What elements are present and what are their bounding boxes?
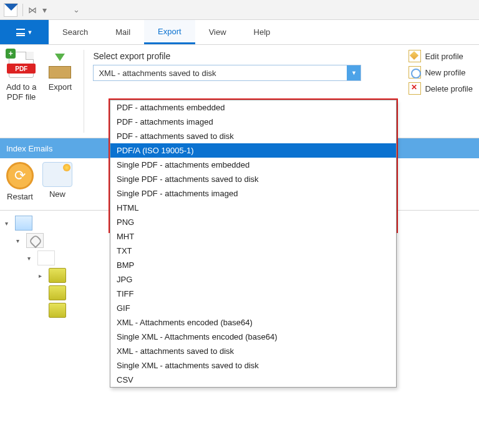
index-emails-title: Index Emails [6, 144, 52, 153]
delete-profile-button[interactable]: Delete profile [409, 82, 473, 95]
folder-icon [49, 268, 66, 283]
dropdown-item[interactable]: Single PDF - attachments imaged [110, 186, 396, 201]
expand-toggle-icon[interactable]: ▸ [39, 272, 46, 279]
profile-actions: Edit profile New profile Delete profile [409, 50, 473, 95]
tab-view[interactable]: View [195, 20, 240, 44]
dropdown-item[interactable]: TXT [110, 244, 396, 258]
dropdown-item[interactable]: JPG [110, 272, 396, 287]
tree-root[interactable]: ▾ [5, 214, 105, 232]
export-button[interactable]: Export [45, 50, 75, 133]
dropdown-item[interactable]: Single PDF - attachments embedded [110, 158, 396, 172]
delete-profile-label: Delete profile [425, 84, 473, 93]
file-menu-button[interactable]: ▼ [0, 20, 49, 44]
main-menu: ▼ Search Mail Export View Help [0, 20, 479, 45]
new-button[interactable]: New [42, 162, 72, 199]
add-to-pdf-label: Add to a PDF file [6, 82, 36, 102]
dropdown-item[interactable]: Single PDF - attachments saved to disk [110, 172, 396, 186]
dropdown-item[interactable]: GIF [110, 301, 396, 315]
export-profile-combobox[interactable]: XML - attachments saved to disk ▼ [93, 65, 361, 81]
new-icon [409, 66, 421, 79]
quick-access-icon[interactable]: ⋈ [28, 5, 37, 15]
ribbon-separator [84, 50, 84, 133]
combobox-dropdown-button[interactable]: ▼ [347, 65, 360, 80]
dropdown-item[interactable]: BMP [110, 258, 396, 272]
export-profile-dropdown[interactable]: PDF - attachments embeddedPDF - attachme… [110, 100, 397, 388]
tree-column: ▾ ▾ ▾ ▸ [5, 214, 105, 319]
export-profile-label: Select export profile [93, 51, 361, 61]
dropdown-item[interactable]: PDF - attachments embedded [110, 100, 396, 115]
dropdown-item[interactable]: TIFF [110, 287, 396, 301]
tab-mail[interactable]: Mail [102, 20, 144, 44]
new-calendar-icon [42, 162, 72, 187]
new-profile-label: New profile [425, 68, 465, 77]
window-titlebar: ⋈ ▾ ⌄ [0, 0, 479, 20]
dropdown-item[interactable]: XML - attachments saved to disk [110, 344, 396, 358]
pdf-add-icon: + PDF [6, 50, 36, 80]
restart-button[interactable]: ⟳ Restart [6, 162, 34, 201]
expand-toggle-icon[interactable]: ▾ [27, 255, 35, 262]
dropdown-item[interactable]: MHT [110, 229, 396, 244]
tree-node-folder[interactable] [5, 302, 105, 319]
expand-toggle-icon[interactable]: ▾ [16, 237, 24, 244]
dropdown-item[interactable]: CSV [110, 373, 396, 387]
page-icon [37, 250, 55, 265]
hamburger-icon [16, 29, 25, 36]
divider [22, 4, 23, 16]
folder-icon [49, 285, 66, 300]
add-to-pdf-button[interactable]: + PDF Add to a PDF file [6, 50, 36, 133]
tree-node-page[interactable]: ▾ [5, 249, 105, 267]
delete-icon [409, 82, 421, 95]
expand-toggle-icon[interactable]: ▾ [5, 220, 12, 227]
export-profile-selected: XML - attachments saved to disk [94, 65, 347, 80]
edit-icon [409, 50, 421, 62]
export-label: Export [49, 82, 72, 92]
dropdown-item[interactable]: PNG [110, 215, 396, 229]
restart-label: Restart [7, 192, 33, 201]
dropdown-item[interactable]: PDF - attachments imaged [110, 115, 396, 129]
tree-node-folder[interactable]: ▸ [5, 267, 105, 284]
export-icon [45, 50, 75, 80]
tab-export[interactable]: Export [144, 20, 195, 44]
tab-help[interactable]: Help [240, 20, 284, 44]
dropdown-item[interactable]: Single XML - Attachments encoded (base64… [110, 330, 396, 344]
dropdown-item[interactable]: XML - Attachments encoded (base64) [110, 315, 396, 330]
folder-icon [49, 303, 66, 318]
chevron-down-icon: ▼ [27, 29, 33, 36]
dropdown-item[interactable]: HTML [110, 201, 396, 215]
edit-profile-label: Edit profile [425, 52, 463, 61]
dropdown-item[interactable]: Single XML - attachments saved to disk [110, 358, 396, 373]
tab-search[interactable]: Search [49, 20, 102, 44]
new-profile-button[interactable]: New profile [409, 66, 473, 79]
attachment-icon [26, 233, 44, 248]
root-folder-icon [15, 216, 32, 231]
new-label: New [49, 189, 65, 199]
app-mail-icon [4, 3, 17, 17]
dropdown-item[interactable]: PDF - attachments saved to disk [110, 129, 396, 143]
tree-node-folder[interactable] [5, 284, 105, 302]
restart-icon: ⟳ [6, 162, 34, 189]
tree-node-attachments[interactable]: ▾ [5, 232, 105, 249]
quick-access-dropdown-icon[interactable]: ▾ [42, 5, 47, 15]
collapse-ribbon-icon[interactable]: ⌄ [70, 5, 82, 14]
dropdown-item[interactable]: PDF/A (ISO 19005-1) [110, 143, 396, 158]
edit-profile-button[interactable]: Edit profile [409, 50, 473, 62]
